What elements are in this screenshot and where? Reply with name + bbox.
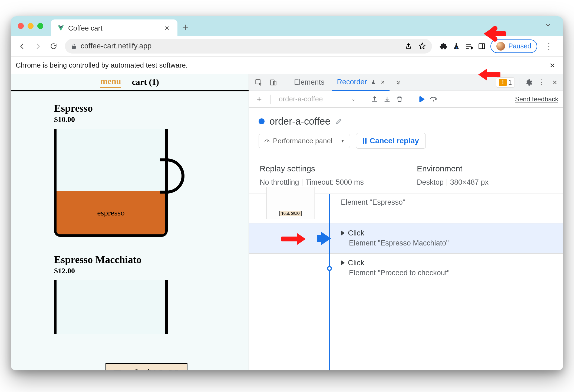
viewport-value: 380×487 px xyxy=(450,178,489,187)
nav-cart-link[interactable]: cart (1) xyxy=(132,77,159,87)
paused-label: Paused xyxy=(508,42,531,50)
step-over-icon[interactable] xyxy=(429,95,438,104)
vue-icon xyxy=(57,25,64,32)
play-pause-icon[interactable] xyxy=(416,95,425,104)
puzzle-icon[interactable] xyxy=(440,42,448,50)
new-recording-button[interactable]: + xyxy=(254,94,265,104)
devtools-tabbar: Elements Recorder × ! 1 ⋮ × xyxy=(249,74,563,91)
forward-button[interactable] xyxy=(31,40,44,53)
current-step-marker xyxy=(321,232,331,245)
environment-section: Environment Desktop 380×487 px xyxy=(406,157,563,194)
section-title: Environment xyxy=(417,164,552,173)
maximize-window-button[interactable] xyxy=(37,23,43,29)
svg-rect-1 xyxy=(479,44,485,49)
more-tabs-icon[interactable] xyxy=(392,77,404,88)
page-nav: menu cart (1) xyxy=(11,74,249,91)
step-row[interactable]: Click Element "Proceed to checkout" xyxy=(249,253,563,283)
bookmark-star-icon[interactable] xyxy=(418,42,426,50)
flask-icon[interactable] xyxy=(453,42,460,50)
close-info-button[interactable]: × xyxy=(546,60,558,71)
timeout-value[interactable]: Timeout: 5000 ms xyxy=(306,178,364,187)
chevron-down-icon: ⌄ xyxy=(351,96,356,102)
section-title: Replay settings xyxy=(260,164,395,173)
sidepanel-icon[interactable] xyxy=(478,42,486,50)
product-name: Espresso Macchiato xyxy=(54,254,249,265)
step-title: Click xyxy=(348,258,364,267)
close-tab-icon[interactable]: × xyxy=(381,78,385,86)
flask-icon xyxy=(371,79,376,85)
gear-icon[interactable] xyxy=(525,79,532,86)
webpage: menu cart (1) Espresso $10.00 espresso E… xyxy=(11,74,249,370)
device-toolbar-icon[interactable] xyxy=(267,77,279,88)
throttling-value[interactable]: No throttling xyxy=(260,178,299,187)
content-area: menu cart (1) Espresso $10.00 espresso E… xyxy=(11,74,563,370)
coffee-cup-espresso[interactable]: espresso xyxy=(54,129,173,238)
close-window-button[interactable] xyxy=(18,23,24,29)
expand-icon[interactable] xyxy=(341,230,345,236)
cup-body xyxy=(54,280,168,334)
annotation-arrow-icon xyxy=(476,66,500,83)
inspect-element-icon[interactable] xyxy=(253,77,265,88)
step-subtitle: Element "Proceed to checkout" xyxy=(349,269,558,277)
annotation-arrow-icon xyxy=(481,25,506,42)
tabs-overflow-button[interactable] xyxy=(545,22,551,30)
share-icon[interactable] xyxy=(405,43,412,50)
cup-body: espresso xyxy=(54,129,168,237)
device-value: Desktop xyxy=(417,178,444,187)
edit-icon[interactable] xyxy=(335,118,343,125)
coffee-cup-macchiato[interactable] xyxy=(54,280,173,334)
cup-handle xyxy=(160,158,184,194)
chrome-menu-button[interactable]: ⋮ xyxy=(542,41,556,51)
chevron-down-icon[interactable]: ▾ xyxy=(338,138,347,144)
minimize-window-button[interactable] xyxy=(28,23,34,29)
svg-point-0 xyxy=(456,47,457,48)
product-list: Espresso $10.00 espresso Espresso Macchi… xyxy=(11,91,249,334)
url-field[interactable]: coffee-cart.netlify.app xyxy=(65,39,432,54)
cart-total-box[interactable]: Total: $10.00 xyxy=(105,363,187,370)
step-row[interactable]: Total: $0.00 Element "Espresso" xyxy=(249,194,563,224)
tab-elements[interactable]: Elements xyxy=(289,74,329,90)
devtools-menu-button[interactable]: ⋮ xyxy=(535,78,547,87)
export-icon[interactable] xyxy=(370,95,379,104)
info-text: Chrome is being controlled by automated … xyxy=(16,61,188,69)
recording-header: order-a-coffee xyxy=(249,108,563,133)
step-row-current[interactable]: Click Element "Espresso Macchiato" xyxy=(249,224,563,253)
timeline-line xyxy=(329,194,330,370)
browser-tab[interactable]: Coffee cart × xyxy=(51,19,177,37)
nav-menu-link[interactable]: menu xyxy=(100,76,121,88)
send-feedback-link[interactable]: Send feedback xyxy=(515,95,558,103)
browser-window: Coffee cart × + coffee-cart.netlify.app xyxy=(11,16,563,370)
new-tab-button[interactable]: + xyxy=(182,21,188,33)
gauge-icon xyxy=(264,138,270,144)
delete-icon[interactable] xyxy=(395,95,404,104)
step-thumbnail: Total: $0.00 xyxy=(266,187,315,219)
step-title: Click xyxy=(348,229,364,237)
step-marker xyxy=(327,266,332,271)
tab-recorder[interactable]: Recorder × xyxy=(332,74,390,91)
url-actions xyxy=(405,42,426,50)
playlist-icon[interactable] xyxy=(465,42,473,50)
address-bar: coffee-cart.netlify.app Paused ⋮ xyxy=(11,36,563,57)
cancel-replay-button[interactable]: Cancel replay xyxy=(356,133,426,149)
avatar xyxy=(496,42,505,51)
expand-icon[interactable] xyxy=(341,260,345,265)
reload-button[interactable] xyxy=(47,40,60,53)
tab-title: Coffee cart xyxy=(68,24,103,32)
performance-panel-button[interactable]: Performance panel ▾ xyxy=(259,134,350,148)
recording-status-dot xyxy=(259,118,265,124)
lock-icon xyxy=(71,43,77,49)
product-name: Espresso xyxy=(54,102,249,114)
recording-selector[interactable]: order-a-coffee ⌄ xyxy=(277,94,358,105)
close-tab-button[interactable]: × xyxy=(163,24,171,33)
product-price: $10.00 xyxy=(54,115,249,124)
steps-list: Total: $0.00 Element "Espresso" Click El… xyxy=(249,194,563,370)
close-devtools-button[interactable]: × xyxy=(550,78,559,87)
import-icon[interactable] xyxy=(382,95,392,104)
recorder-toolbar: + order-a-coffee ⌄ Send feedback xyxy=(249,91,563,108)
back-button[interactable] xyxy=(16,40,29,53)
step-subtitle: Element "Espresso Macchiato" xyxy=(349,239,558,247)
annotation-arrow-icon xyxy=(281,230,308,248)
url-text: coffee-cart.netlify.app xyxy=(81,42,152,50)
devtools-panel: Elements Recorder × ! 1 ⋮ × xyxy=(249,74,563,370)
recording-controls: Performance panel ▾ Cancel replay xyxy=(249,133,563,157)
